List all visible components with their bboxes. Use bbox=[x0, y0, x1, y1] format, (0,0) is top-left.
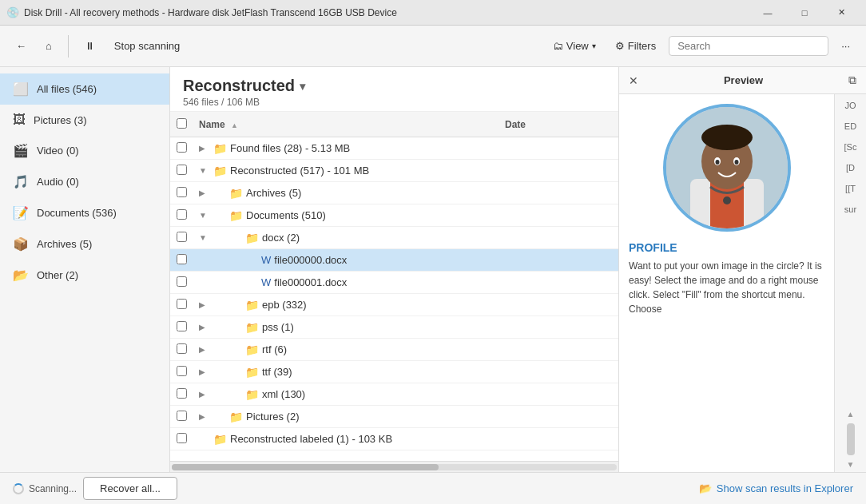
select-all-checkbox[interactable] bbox=[177, 118, 199, 131]
folder-icon: 🗂 bbox=[553, 40, 563, 52]
folder-icon: 📁 bbox=[213, 142, 227, 155]
sort-icon[interactable]: ▲ bbox=[231, 121, 238, 129]
table-row[interactable]: ▶ 📁 ttf (39) bbox=[170, 361, 618, 383]
file-name: xml (130) bbox=[262, 388, 516, 400]
expand-icon[interactable]: ▼ bbox=[199, 233, 213, 242]
recover-all-button[interactable]: Recover all... bbox=[83, 477, 177, 500]
sidebar-item-pictures[interactable]: 🖼 Pictures (3) bbox=[0, 105, 169, 135]
pause-button[interactable]: ⏸ bbox=[78, 35, 101, 57]
sidebar-item-all-files[interactable]: ⬜ All files (546) bbox=[0, 73, 169, 105]
table-row[interactable]: ▶ 📁 rtf (6) bbox=[170, 339, 618, 361]
doctor-svg bbox=[666, 107, 788, 228]
row-checkbox[interactable] bbox=[177, 388, 199, 401]
close-button[interactable]: ✕ bbox=[823, 0, 860, 26]
row-checkbox[interactable] bbox=[177, 187, 199, 200]
expand-icon[interactable]: ▶ bbox=[199, 412, 213, 421]
profile-heading: PROFILE bbox=[629, 241, 824, 254]
sidebar-label-pictures: Pictures (3) bbox=[34, 114, 86, 126]
file-name: Reconstructed labeled (1) - 103 KB bbox=[230, 433, 516, 445]
folder-icon: 📁 bbox=[245, 299, 259, 312]
bottom-left: Scanning... Recover all... bbox=[13, 477, 177, 500]
stop-scanning-button[interactable]: Stop scanning bbox=[108, 35, 186, 57]
copy-preview-button[interactable]: ⧉ bbox=[848, 73, 856, 87]
row-checkbox[interactable] bbox=[177, 232, 199, 244]
file-name: docx (2) bbox=[262, 232, 516, 244]
folder-icon: 📁 bbox=[229, 209, 243, 222]
file-name: rtf (6) bbox=[262, 343, 516, 355]
more-button[interactable]: ··· bbox=[835, 35, 856, 57]
row-checkbox[interactable] bbox=[177, 343, 199, 356]
preview-right-scrollbar[interactable]: JO ED [Sc [D [[T sur ▲ ▼ bbox=[834, 94, 866, 472]
horizontal-scrollbar[interactable] bbox=[170, 461, 618, 472]
search-input[interactable] bbox=[669, 36, 828, 56]
row-checkbox[interactable] bbox=[177, 411, 199, 423]
expand-icon[interactable]: ▶ bbox=[199, 367, 213, 376]
row-checkbox[interactable] bbox=[177, 299, 199, 312]
sidebar-label-all-files: All files (546) bbox=[37, 83, 97, 95]
pictures-icon: 🖼 bbox=[13, 113, 26, 127]
folder-icon: 📁 bbox=[245, 321, 259, 334]
table-row[interactable]: ▼ 📁 docx (2) bbox=[170, 227, 618, 249]
table-row[interactable]: ▶ 📁 Archives (5) bbox=[170, 182, 618, 204]
file-list[interactable]: ▶ 📁 Found files (28) - 5.13 MB ▼ 📁 Recon… bbox=[170, 137, 618, 461]
sidebar-item-video[interactable]: 🎬 Video (0) bbox=[0, 135, 169, 166]
scroll-thumb[interactable] bbox=[847, 423, 855, 455]
home-button[interactable]: ⌂ bbox=[39, 35, 58, 57]
row-checkbox[interactable] bbox=[177, 366, 199, 379]
table-row[interactable]: ▶ 📁 Pictures (2) bbox=[170, 406, 618, 428]
bottom-bar: Scanning... Recover all... 📂 Show scan r… bbox=[0, 472, 866, 504]
profile-text: Want to put your own image in the circle… bbox=[629, 259, 824, 316]
scrollbar-thumb[interactable] bbox=[172, 464, 439, 470]
table-row[interactable]: ▶ 📁 xml (130) bbox=[170, 383, 618, 406]
row-checkbox[interactable] bbox=[177, 254, 199, 267]
sidebar: ⬜ All files (546) 🖼 Pictures (3) 🎬 Video… bbox=[0, 67, 170, 472]
row-checkbox[interactable] bbox=[177, 433, 199, 446]
row-checkbox[interactable] bbox=[177, 165, 199, 177]
expand-icon[interactable]: ▶ bbox=[199, 390, 213, 399]
table-row[interactable]: W file000001.docx bbox=[170, 272, 618, 294]
sidebar-label-video: Video (0) bbox=[37, 145, 79, 157]
expand-icon[interactable]: ▶ bbox=[199, 300, 213, 309]
show-explorer-button[interactable]: 📂 Show scan results in Explorer bbox=[699, 482, 853, 494]
expand-icon[interactable]: ▶ bbox=[199, 189, 213, 197]
preview-image-container bbox=[629, 104, 824, 232]
select-all-input[interactable] bbox=[177, 118, 187, 129]
filters-button[interactable]: ⚙ Filters bbox=[609, 35, 662, 57]
expand-icon[interactable]: ▶ bbox=[199, 144, 213, 153]
archives-icon: 📦 bbox=[13, 236, 29, 252]
sidebar-item-documents[interactable]: 📝 Documents (536) bbox=[0, 197, 169, 228]
file-name: Archives (5) bbox=[246, 187, 516, 199]
sidebar-item-other[interactable]: 📂 Other (2) bbox=[0, 260, 169, 291]
table-row[interactable]: ▶ 📁 epb (332) bbox=[170, 294, 618, 316]
table-row[interactable]: ▼ 📁 Documents (510) bbox=[170, 204, 618, 227]
video-icon: 🎬 bbox=[13, 143, 29, 158]
row-checkbox[interactable] bbox=[177, 142, 199, 155]
content-subtitle: 546 files / 106 MB bbox=[183, 97, 606, 108]
file-table-header: Name ▲ Date bbox=[170, 112, 618, 137]
row-checkbox[interactable] bbox=[177, 276, 199, 289]
expand-icon[interactable]: ▼ bbox=[199, 166, 213, 175]
sidebar-item-audio[interactable]: 🎵 Audio (0) bbox=[0, 166, 169, 197]
expand-icon[interactable]: ▶ bbox=[199, 345, 213, 354]
expand-icon[interactable]: ▼ bbox=[199, 211, 213, 220]
view-button[interactable]: 🗂 View ▾ bbox=[546, 35, 602, 57]
side-snippet: [Sc bbox=[844, 142, 857, 152]
scroll-down-indicator: ▼ bbox=[847, 460, 855, 469]
table-row[interactable]: ▼ 📁 Reconstructed (517) - 101 MB bbox=[170, 160, 618, 182]
expand-icon[interactable]: ▶ bbox=[199, 323, 213, 331]
minimize-button[interactable]: — bbox=[749, 0, 786, 26]
row-checkbox[interactable] bbox=[177, 209, 199, 222]
back-button[interactable]: ← bbox=[10, 35, 33, 57]
maximize-button[interactable]: □ bbox=[786, 0, 823, 26]
docx-icon: W bbox=[261, 254, 271, 266]
table-row[interactable]: 📁 Reconstructed labeled (1) - 103 KB bbox=[170, 428, 618, 450]
table-row[interactable]: ▶ 📁 Found files (28) - 5.13 MB bbox=[170, 137, 618, 160]
table-row[interactable]: W file000000.docx bbox=[170, 249, 618, 272]
chevron-down-icon[interactable]: ▾ bbox=[300, 80, 305, 93]
other-icon: 📂 bbox=[13, 268, 29, 283]
sidebar-label-audio: Audio (0) bbox=[37, 176, 79, 188]
close-preview-button[interactable]: ✕ bbox=[629, 74, 638, 87]
sidebar-item-archives[interactable]: 📦 Archives (5) bbox=[0, 228, 169, 260]
table-row[interactable]: ▶ 📁 pss (1) bbox=[170, 316, 618, 339]
row-checkbox[interactable] bbox=[177, 321, 199, 334]
